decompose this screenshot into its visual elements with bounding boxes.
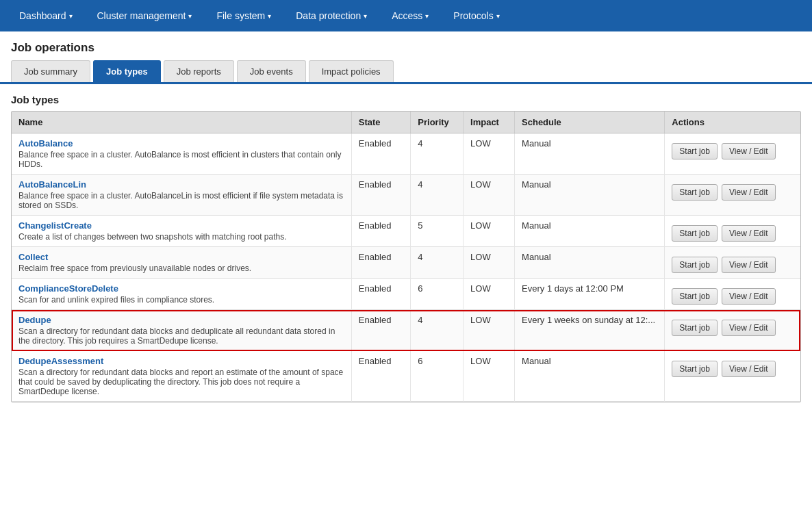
- nav-label: Protocols: [453, 10, 493, 21]
- job-desc: Create a list of changes between two sna…: [18, 232, 344, 242]
- tabs-bar: Job summaryJob typesJob reportsJob event…: [0, 60, 812, 84]
- cell-state: Enabled: [351, 279, 411, 310]
- cell-actions: Start job View / Edit: [665, 351, 800, 402]
- start-job-button[interactable]: Start job: [672, 225, 718, 242]
- cell-impact: LOW: [464, 216, 515, 247]
- view-edit-button[interactable]: View / Edit: [722, 143, 775, 159]
- cell-name: AutoBalanceLin Balance free space in a c…: [12, 175, 351, 216]
- job-desc: Reclaim free space from previously unava…: [18, 264, 344, 273]
- nav-label: Data protection: [296, 10, 361, 21]
- cell-name: Dedupe Scan a directory for redundant da…: [12, 310, 351, 351]
- cell-priority: 4: [411, 133, 464, 175]
- nav-arrow: ▾: [268, 12, 271, 20]
- view-edit-button[interactable]: View / Edit: [722, 184, 775, 201]
- section-title: Job types: [0, 84, 812, 111]
- start-job-button[interactable]: Start job: [672, 288, 718, 305]
- nav-label: File system: [216, 10, 265, 21]
- start-job-button[interactable]: Start job: [672, 320, 718, 336]
- cell-name: ComplianceStoreDelete Scan for and unlin…: [12, 279, 351, 310]
- view-edit-button[interactable]: View / Edit: [722, 257, 775, 273]
- start-job-button[interactable]: Start job: [672, 143, 718, 159]
- tab-job-events[interactable]: Job events: [237, 60, 306, 82]
- tab-job-summary[interactable]: Job summary: [11, 60, 90, 82]
- cell-state: Enabled: [351, 133, 411, 175]
- cell-priority: 6: [411, 351, 464, 402]
- nav-item-protocols[interactable]: Protocols ▾: [441, 0, 511, 31]
- col-header-name: Name: [12, 112, 351, 133]
- cell-schedule: Every 1 weeks on sunday at 12:...: [515, 310, 665, 351]
- job-name: DedupeAssessment: [18, 356, 344, 366]
- table-row: DedupeAssessment Scan a directory for re…: [12, 351, 800, 402]
- cell-state: Enabled: [351, 310, 411, 351]
- col-header-priority: Priority: [411, 112, 464, 133]
- table-row: ChangelistCreate Create a list of change…: [12, 216, 800, 247]
- nav-arrow: ▾: [188, 12, 192, 20]
- tab-job-reports[interactable]: Job reports: [164, 60, 234, 82]
- table-row: ComplianceStoreDelete Scan for and unlin…: [12, 279, 800, 310]
- nav-item-file-system[interactable]: File system ▾: [204, 0, 283, 31]
- table-body: AutoBalance Balance free space in a clus…: [12, 133, 800, 402]
- table-row: AutoBalanceLin Balance free space in a c…: [12, 175, 800, 216]
- table-header: Name State Priority Impact Schedule Acti…: [12, 112, 800, 133]
- cell-schedule: Every 1 days at 12:00 PM: [515, 279, 665, 310]
- tab-job-types[interactable]: Job types: [93, 60, 161, 82]
- cell-priority: 5: [411, 216, 464, 247]
- nav-label: Access: [392, 10, 422, 21]
- nav-label: Dashboard: [19, 10, 66, 21]
- nav-item-data-protection[interactable]: Data protection ▾: [283, 0, 379, 31]
- cell-impact: LOW: [464, 247, 515, 279]
- view-edit-button[interactable]: View / Edit: [722, 361, 775, 377]
- start-job-button[interactable]: Start job: [672, 257, 718, 273]
- cell-impact: LOW: [464, 351, 515, 402]
- nav-label: Cluster management: [97, 10, 186, 21]
- nav-arrow: ▾: [425, 12, 429, 20]
- nav-arrow: ▾: [69, 12, 73, 20]
- nav-item-access[interactable]: Access ▾: [379, 0, 441, 31]
- col-header-state: State: [351, 112, 411, 133]
- job-desc: Scan a directory for redundant data bloc…: [18, 326, 344, 346]
- nav-arrow: ▾: [364, 12, 367, 20]
- cell-schedule: Manual: [515, 351, 665, 402]
- job-desc: Balance free space in a cluster. AutoBal…: [18, 150, 344, 169]
- cell-schedule: Manual: [515, 175, 665, 216]
- job-types-table-container: Name State Priority Impact Schedule Acti…: [11, 111, 801, 402]
- col-header-actions: Actions: [665, 112, 800, 133]
- cell-actions: Start job View / Edit: [665, 310, 800, 351]
- cell-priority: 4: [411, 247, 464, 279]
- job-desc: Scan a directory for redundant data bloc…: [18, 368, 344, 396]
- nav-item-dashboard[interactable]: Dashboard ▾: [7, 0, 85, 31]
- cell-actions: Start job View / Edit: [665, 216, 800, 247]
- cell-impact: LOW: [464, 279, 515, 310]
- cell-name: DedupeAssessment Scan a directory for re…: [12, 351, 351, 402]
- cell-actions: Start job View / Edit: [665, 175, 800, 216]
- view-edit-button[interactable]: View / Edit: [722, 288, 775, 305]
- job-desc: Scan for and unlink expired files in com…: [18, 295, 344, 305]
- cell-state: Enabled: [351, 216, 411, 247]
- cell-priority: 4: [411, 175, 464, 216]
- table-row: Dedupe Scan a directory for redundant da…: [12, 310, 800, 351]
- cell-schedule: Manual: [515, 216, 665, 247]
- nav-item-cluster-management[interactable]: Cluster management ▾: [85, 0, 205, 31]
- tab-impact-policies[interactable]: Impact policies: [309, 60, 394, 82]
- page-title: Job operations: [0, 31, 812, 60]
- job-name: ComplianceStoreDelete: [18, 283, 344, 294]
- table-wrapper[interactable]: Name State Priority Impact Schedule Acti…: [12, 112, 800, 402]
- job-name: ChangelistCreate: [18, 220, 344, 231]
- cell-impact: LOW: [464, 310, 515, 351]
- nav-arrow: ▾: [496, 12, 500, 20]
- job-name: Collect: [18, 252, 344, 262]
- view-edit-button[interactable]: View / Edit: [722, 225, 775, 242]
- view-edit-button[interactable]: View / Edit: [722, 320, 775, 336]
- job-desc: Balance free space in a cluster. AutoBal…: [18, 191, 344, 210]
- table-row: Collect Reclaim free space from previous…: [12, 247, 800, 279]
- table-row: AutoBalance Balance free space in a clus…: [12, 133, 800, 175]
- start-job-button[interactable]: Start job: [672, 184, 718, 201]
- cell-actions: Start job View / Edit: [665, 133, 800, 175]
- cell-impact: LOW: [464, 175, 515, 216]
- cell-actions: Start job View / Edit: [665, 247, 800, 279]
- cell-impact: LOW: [464, 133, 515, 175]
- start-job-button[interactable]: Start job: [672, 361, 718, 377]
- cell-name: AutoBalance Balance free space in a clus…: [12, 133, 351, 175]
- cell-priority: 4: [411, 310, 464, 351]
- cell-name: ChangelistCreate Create a list of change…: [12, 216, 351, 247]
